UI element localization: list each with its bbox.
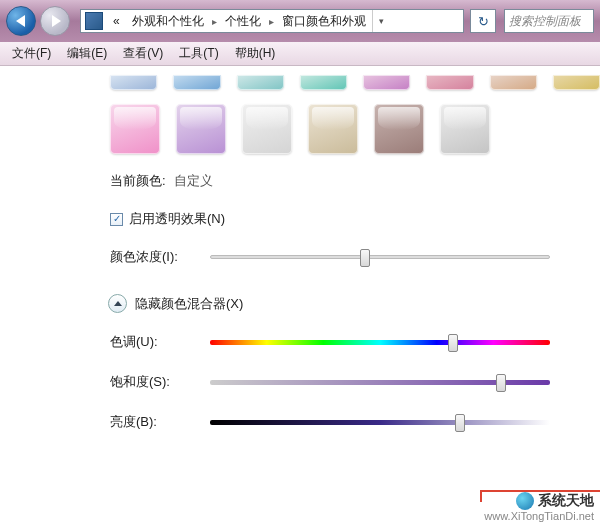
chevron-right-icon: ▸ xyxy=(210,16,219,27)
brightness-label: 亮度(B): xyxy=(110,413,190,431)
color-swatch[interactable] xyxy=(110,104,160,154)
arrow-right-icon xyxy=(52,15,61,27)
color-swatch[interactable] xyxy=(300,75,347,90)
slider-thumb[interactable] xyxy=(448,334,458,352)
control-panel-icon xyxy=(85,12,103,30)
hue-row: 色调(U): xyxy=(110,333,600,351)
color-swatch[interactable] xyxy=(110,75,157,90)
current-color-value: 自定义 xyxy=(174,172,213,190)
brightness-slider[interactable] xyxy=(210,413,550,431)
transparency-label: 启用透明效果(N) xyxy=(129,210,225,228)
chevron-up-icon xyxy=(114,301,122,306)
transparency-checkbox[interactable]: ✓ xyxy=(110,213,123,226)
refresh-icon: ↻ xyxy=(478,14,489,29)
breadcrumb-prefix: « xyxy=(107,10,126,32)
watermark: 系统天地 www.XiTongTianDi.net xyxy=(484,492,594,522)
slider-track xyxy=(210,340,550,345)
mixer-toggle-row: 隐藏颜色混合器(X) xyxy=(108,294,600,313)
saturation-slider[interactable] xyxy=(210,373,550,391)
breadcrumb-seg-3[interactable]: 窗口颜色和外观 xyxy=(276,10,372,32)
checkmark-icon: ✓ xyxy=(113,214,121,224)
menu-file[interactable]: 文件(F) xyxy=(4,43,59,64)
breadcrumb-seg-2[interactable]: 个性化 xyxy=(219,10,267,32)
watermark-brand: 系统天地 xyxy=(538,492,594,510)
intensity-row: 颜色浓度(I): xyxy=(110,248,600,266)
menu-view[interactable]: 查看(V) xyxy=(115,43,171,64)
search-placeholder: 搜索控制面板 xyxy=(509,13,581,30)
saturation-row: 饱和度(S): xyxy=(110,373,600,391)
slider-track xyxy=(210,255,550,259)
menu-tools[interactable]: 工具(T) xyxy=(171,43,226,64)
intensity-slider[interactable] xyxy=(210,248,550,266)
address-bar[interactable]: « 外观和个性化 ▸ 个性化 ▸ 窗口颜色和外观 ▾ xyxy=(80,9,464,33)
breadcrumb-seg-1[interactable]: 外观和个性化 xyxy=(126,10,210,32)
mixer-label: 隐藏颜色混合器(X) xyxy=(135,295,243,313)
watermark-url: www.XiTongTianDi.net xyxy=(484,510,594,522)
color-swatch-row-2 xyxy=(0,104,600,154)
brightness-row: 亮度(B): xyxy=(110,413,600,431)
content-area: 当前颜色: 自定义 ✓ 启用透明效果(N) 颜色浓度(I): 隐藏颜色混合器(X… xyxy=(0,66,600,431)
slider-track xyxy=(210,420,550,425)
slider-thumb[interactable] xyxy=(455,414,465,432)
globe-icon xyxy=(516,492,534,510)
arrow-left-icon xyxy=(16,15,25,27)
menu-bar: 文件(F) 编辑(E) 查看(V) 工具(T) 帮助(H) xyxy=(0,42,600,66)
intensity-label: 颜色浓度(I): xyxy=(110,248,190,266)
color-swatch[interactable] xyxy=(553,75,600,90)
current-color-label: 当前颜色: xyxy=(110,172,166,190)
color-swatch-row-1 xyxy=(0,75,600,90)
address-dropdown[interactable]: ▾ xyxy=(372,10,390,32)
color-swatch[interactable] xyxy=(308,104,358,154)
hue-slider[interactable] xyxy=(210,333,550,351)
chevron-right-icon: ▸ xyxy=(267,16,276,27)
current-color-row: 当前颜色: 自定义 xyxy=(110,172,600,190)
menu-help[interactable]: 帮助(H) xyxy=(227,43,284,64)
color-swatch[interactable] xyxy=(237,75,284,90)
color-swatch[interactable] xyxy=(176,104,226,154)
slider-thumb[interactable] xyxy=(360,249,370,267)
forward-button[interactable] xyxy=(40,6,70,36)
color-swatch[interactable] xyxy=(363,75,410,90)
saturation-label: 饱和度(S): xyxy=(110,373,190,391)
color-swatch[interactable] xyxy=(426,75,473,90)
refresh-button[interactable]: ↻ xyxy=(470,9,496,33)
menu-edit[interactable]: 编辑(E) xyxy=(59,43,115,64)
color-swatch[interactable] xyxy=(242,104,292,154)
color-swatch[interactable] xyxy=(490,75,537,90)
color-swatch[interactable] xyxy=(173,75,220,90)
chevron-down-icon: ▾ xyxy=(379,16,384,26)
back-button[interactable] xyxy=(6,6,36,36)
transparency-row: ✓ 启用透明效果(N) xyxy=(110,210,600,228)
window-titlebar: « 外观和个性化 ▸ 个性化 ▸ 窗口颜色和外观 ▾ ↻ 搜索控制面板 xyxy=(0,0,600,42)
mixer-collapse-button[interactable] xyxy=(108,294,127,313)
slider-thumb[interactable] xyxy=(496,374,506,392)
color-swatch[interactable] xyxy=(440,104,490,154)
hue-label: 色调(U): xyxy=(110,333,190,351)
color-swatch[interactable] xyxy=(374,104,424,154)
search-input[interactable]: 搜索控制面板 xyxy=(504,9,594,33)
